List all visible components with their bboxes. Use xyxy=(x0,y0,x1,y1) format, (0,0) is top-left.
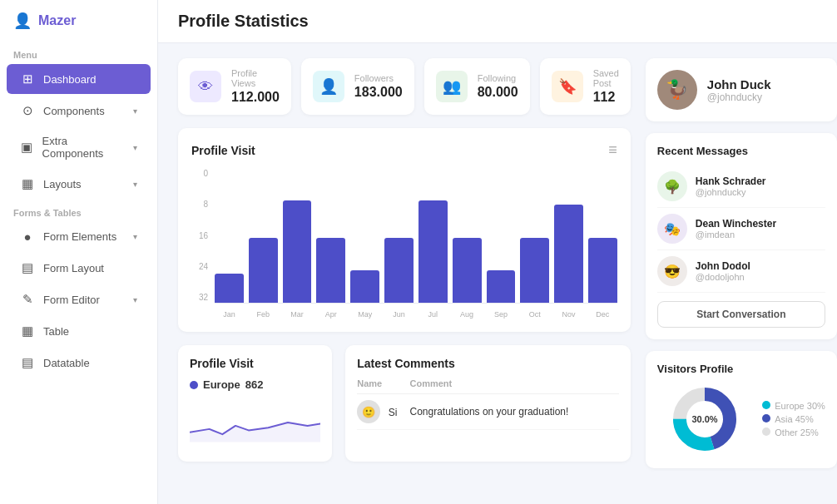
bar-item xyxy=(350,270,379,303)
bar-chart: 32 24 16 8 0 JanFebMarAprMayJunJulAugSep… xyxy=(191,169,617,319)
stat-label: Following xyxy=(478,73,518,83)
app-logo: 👤 Mazer xyxy=(0,0,157,42)
msg-handle: @imdean xyxy=(696,230,776,240)
sidebar-item-components[interactable]: ⊙ Components ▾ xyxy=(7,96,151,126)
profile-info: John Duck @johnducky xyxy=(707,77,771,103)
chart-title: Profile Visit xyxy=(191,144,255,157)
form-layout-icon: ▤ xyxy=(20,260,35,275)
app-name: Mazer xyxy=(38,13,76,28)
msg-name: Dean Winchester xyxy=(696,218,776,230)
chevron-down-icon: ▾ xyxy=(133,295,137,304)
mini-line-chart xyxy=(190,398,320,450)
stat-card-saved-post: 🔖 Saved Post 112 xyxy=(540,58,631,115)
legend-item: Other 25% xyxy=(762,427,825,437)
msg-avatar-john: 😎 xyxy=(657,256,687,286)
bar-item xyxy=(215,274,244,303)
page-title: Profile Statistics xyxy=(178,12,817,31)
right-panel: 🦆 John Duck @johnducky Recent Messages 🌳… xyxy=(646,58,837,489)
bar-label: Nov xyxy=(554,307,583,319)
profile-card: 🦆 John Duck @johnducky xyxy=(646,58,837,121)
stat-info-following: Following 80.000 xyxy=(478,73,518,100)
msg-handle: @johnducky xyxy=(696,187,766,197)
sidebar-item-label: Dashboard xyxy=(43,73,97,86)
menu-section-label: Menu xyxy=(0,42,157,63)
chart-menu-icon[interactable]: ≡ xyxy=(608,141,617,159)
msg-avatar-hank: 🌳 xyxy=(657,171,687,201)
dashboard-icon: ⊞ xyxy=(20,72,35,86)
bar-label: Dec xyxy=(588,307,617,319)
legend-item: Europe 30% xyxy=(762,401,825,411)
sidebar-item-form-layout[interactable]: ▤ Form Layout xyxy=(7,253,151,283)
bar-label: Jan xyxy=(215,307,244,319)
sidebar-item-label: Extra Components xyxy=(42,135,125,160)
msg-handle: @dodoljohn xyxy=(696,272,750,282)
followers-icon: 👤 xyxy=(313,71,344,102)
sidebar-item-label: Form Elements xyxy=(43,230,116,243)
bar-chart-card: Profile Visit ≡ 32 24 16 8 0 JanFebMarAp… xyxy=(178,128,631,332)
bars-container xyxy=(215,169,617,304)
stat-info-followers: Followers 183.000 xyxy=(354,73,403,100)
messages-card: Recent Messages 🌳 Hank Schrader @johnduc… xyxy=(646,133,837,339)
donut-center-label: 30.0% xyxy=(691,414,717,424)
msg-info: Dean Winchester @imdean xyxy=(696,218,776,240)
bar-label: Jul xyxy=(418,307,448,319)
form-elements-icon: ● xyxy=(20,230,35,244)
sidebar-item-extra-components[interactable]: ▣ Extra Components ▾ xyxy=(7,127,151,167)
components-icon: ⊙ xyxy=(20,103,35,118)
sidebar-item-label: Form Layout xyxy=(43,262,104,274)
messages-title: Recent Messages xyxy=(657,145,825,157)
bar-item xyxy=(418,200,448,303)
stat-card-followers: 👤 Followers 183.000 xyxy=(301,58,414,115)
sidebar-item-label: Form Editor xyxy=(43,294,100,306)
legend-label: Europe xyxy=(203,378,240,391)
msg-name: John Dodol xyxy=(696,260,750,272)
stat-value: 183.000 xyxy=(354,85,403,100)
avatar: 🦆 xyxy=(657,70,697,110)
bar-item xyxy=(249,238,278,303)
sidebar-item-label: Layouts xyxy=(43,178,82,190)
profile-views-icon: 👁 xyxy=(190,71,221,102)
sidebar-item-dashboard[interactable]: ⊞ Dashboard xyxy=(7,64,151,94)
bar-label: May xyxy=(350,307,379,319)
message-item: 🎭 Dean Winchester @imdean xyxy=(657,208,825,250)
forms-section-label: Forms & Tables xyxy=(0,200,157,221)
chart-header: Profile Visit ≡ xyxy=(191,141,617,159)
bar-label: Jun xyxy=(384,307,414,319)
y-label: 24 xyxy=(191,262,211,271)
comments-table: Name Comment 🙂 Si Congratulations on you… xyxy=(357,378,619,430)
message-item: 😎 John Dodol @dodoljohn xyxy=(657,250,825,293)
sidebar-item-form-elements[interactable]: ● Form Elements ▾ xyxy=(7,222,151,251)
table-icon: ▦ xyxy=(20,324,35,338)
y-label: 0 xyxy=(191,169,211,178)
latest-comments-card: Latest Comments Name Comment 🙂 xyxy=(345,345,631,462)
bar-item xyxy=(316,238,345,303)
sidebar-item-label: Datatable xyxy=(43,357,90,369)
sidebar-item-label: Table xyxy=(43,325,69,338)
visitors-card: Visitors Profile 30.0% xyxy=(646,351,837,468)
bar-label: Feb xyxy=(249,307,278,319)
visit-legend: Europe 862 xyxy=(190,378,320,391)
main-area: Profile Statistics 👁 Profile Views 112.0… xyxy=(158,0,837,504)
table-row: 🙂 Si Congratulations on your graduation! xyxy=(357,394,619,430)
sidebar-item-datatable[interactable]: ▤ Datatable xyxy=(7,348,151,378)
stat-value: 112.000 xyxy=(231,90,280,105)
form-editor-icon: ✎ xyxy=(20,292,35,307)
stat-info-saved-post: Saved Post 112 xyxy=(593,68,619,105)
sidebar-item-layouts[interactable]: ▦ Layouts ▾ xyxy=(7,169,151,199)
stats-row: 👁 Profile Views 112.000 👤 Followers 183.… xyxy=(178,58,631,115)
sidebar-item-form-editor[interactable]: ✎ Form Editor ▾ xyxy=(7,284,151,314)
stat-info-profile-views: Profile Views 112.000 xyxy=(231,68,280,105)
comments-title: Latest Comments xyxy=(357,357,619,370)
left-panel: 👁 Profile Views 112.000 👤 Followers 183.… xyxy=(178,58,631,489)
start-conversation-button[interactable]: Start Conversation xyxy=(657,301,825,328)
legend-item: Asia 45% xyxy=(762,414,825,424)
bar-item xyxy=(453,238,482,303)
bar-item xyxy=(384,238,414,303)
y-axis: 32 24 16 8 0 xyxy=(191,169,211,302)
sidebar-item-table[interactable]: ▦ Table xyxy=(7,316,151,346)
stat-card-following: 👥 Following 80.000 xyxy=(424,58,530,115)
y-label: 32 xyxy=(191,293,211,302)
visitors-legend: Europe 30% Asia 45% Other 25% xyxy=(762,401,825,437)
logo-icon: 👤 xyxy=(13,12,32,30)
sidebar: 👤 Mazer Menu ⊞ Dashboard ⊙ Components ▾ … xyxy=(0,0,158,504)
